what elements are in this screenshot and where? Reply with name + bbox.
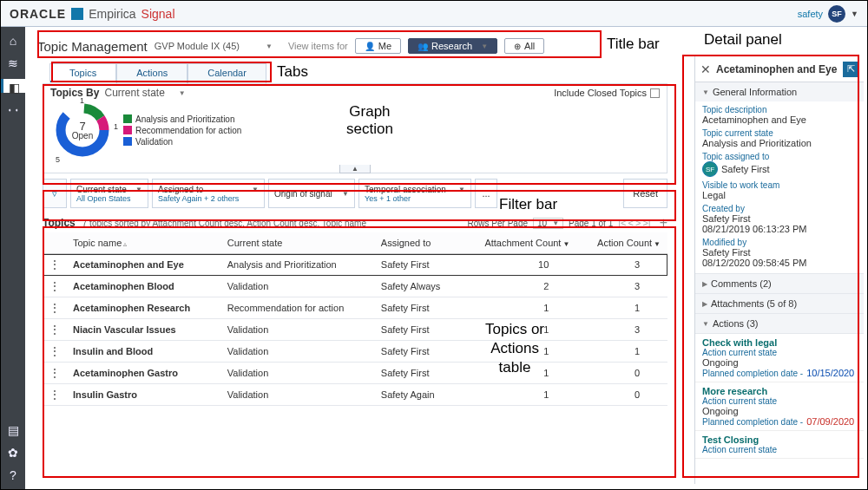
cell-assigned-to: Safety Always	[374, 276, 460, 297]
view-me-button[interactable]: 👤 Me	[355, 38, 401, 54]
pager-prev-icon[interactable]: <	[628, 218, 634, 228]
avatar: SF	[828, 5, 845, 23]
section-attachments[interactable]: ▶Attachments (5 of 8)	[695, 294, 864, 313]
page-title: Topic Management	[37, 39, 148, 54]
topics-icon[interactable]: ◧	[1, 79, 25, 93]
topics-by-selector[interactable]: Current state ▼	[104, 87, 185, 99]
view-research-button[interactable]: 👥 Research ▼	[408, 38, 497, 54]
section-comments[interactable]: ▶Comments (2)	[695, 274, 864, 293]
brand-bar: ORACLE Empirica Signal safety SF ▼	[1, 1, 867, 27]
settings-icon[interactable]: ✿	[5, 446, 21, 460]
rows-per-page-selector[interactable]: 10▼	[533, 218, 563, 229]
row-actions-icon[interactable]: ⋮	[43, 341, 66, 363]
legend-label: Validation	[135, 137, 173, 147]
include-closed-checkbox[interactable]	[650, 88, 660, 98]
reset-filters-button[interactable]: Reset	[623, 179, 667, 208]
cell-attachment-count: 10	[460, 254, 576, 276]
action-item[interactable]: Check with legalAction current stateOngo…	[695, 334, 864, 382]
detail-panel: ✕ Acetaminophen and Eye ⇱ ▼General Infor…	[694, 56, 864, 484]
cell-attachment-count: 1	[460, 319, 576, 341]
brand-left: ORACLE Empirica Signal	[10, 7, 175, 21]
col-action-count[interactable]: Action Count▼	[576, 232, 667, 254]
table-row[interactable]: ⋮Insulin and BloodValidationSafety First…	[43, 341, 667, 363]
legend-label: Analysis and Prioritization	[135, 114, 235, 124]
filter-funnel-icon[interactable]: ▿	[43, 179, 67, 208]
topics-table-section: Topics 7 topics sorted by Attachment Cou…	[43, 213, 667, 406]
tab-actions[interactable]: Actions	[116, 63, 187, 83]
pager-last-icon[interactable]: >|	[642, 218, 650, 228]
include-closed-toggle[interactable]: Include Closed Topics	[554, 88, 660, 98]
cell-current-state: Validation	[220, 384, 374, 406]
cell-attachment-count: 1	[460, 363, 576, 384]
section-actions[interactable]: ▼Actions (3)	[695, 314, 864, 333]
col-assigned-to[interactable]: Assigned to	[374, 232, 460, 254]
row-actions-icon[interactable]: ⋮	[43, 297, 66, 319]
col-topic-name[interactable]: Topic name▵	[66, 232, 220, 254]
brand-user[interactable]: safety SF ▼	[798, 5, 858, 23]
chevron-down-icon: ▼	[481, 42, 488, 50]
topics-by-value: Current state	[104, 87, 164, 99]
row-actions-icon[interactable]: ⋮	[43, 363, 66, 384]
pager-first-icon[interactable]: |<	[618, 218, 626, 228]
table-row[interactable]: ⋮Niacin Vascular IssuesValidationSafety …	[43, 319, 667, 341]
chart-icon[interactable]: ⬪⬪	[5, 101, 21, 115]
table-row[interactable]: ⋮Acetaminophen ResearchRecommendation fo…	[43, 297, 667, 319]
table-row[interactable]: ⋮Acetaminophen and EyeAnalysis and Prior…	[43, 254, 667, 276]
filter-more[interactable]: ...	[475, 179, 497, 208]
view-all-button[interactable]: ⊕ All	[504, 38, 544, 54]
legend-label: Recommendation for action	[135, 126, 241, 135]
popout-icon[interactable]: ⇱	[843, 62, 858, 77]
feedback-icon[interactable]: ▤	[5, 423, 21, 437]
col-current-state[interactable]: Current state	[220, 232, 374, 254]
donut-seg-bottom: 5	[56, 155, 60, 164]
cell-topic-name: Niacin Vascular Issues	[66, 319, 220, 341]
table-title: Topics	[43, 217, 76, 229]
wifi-icon[interactable]: ≋	[5, 56, 21, 70]
tab-calendar[interactable]: Calendar	[187, 63, 266, 83]
legend-swatch	[123, 126, 132, 134]
filter-current-state[interactable]: Current state▼ All Open States	[70, 179, 148, 208]
col-attachment-count[interactable]: Attachment Count▼	[460, 232, 576, 254]
rows-per-page-label: Rows Per Page	[468, 219, 528, 228]
brand-empirica: Empirica	[89, 7, 135, 21]
module-selector[interactable]: GVP Module IX (45) ▼	[155, 41, 273, 51]
help-icon[interactable]: ?	[5, 468, 21, 482]
filter-assigned-to[interactable]: Assigned to▼ Safety Again + 2 others	[152, 179, 265, 208]
view-research-label: Research	[431, 41, 472, 51]
row-actions-icon[interactable]: ⋮	[43, 384, 66, 406]
chart-legend: Analysis and Prioritization Recommendati…	[123, 114, 241, 147]
pager-next-icon[interactable]: >	[635, 218, 641, 228]
page-indicator: Page 1 of 1	[569, 219, 613, 228]
action-item[interactable]: More researchAction current stateOngoing…	[695, 382, 864, 431]
close-icon[interactable]: ✕	[700, 62, 711, 76]
donut-seg-top: 1	[80, 96, 84, 105]
table-row[interactable]: ⋮Acetaminophen GastroValidationSafety Fi…	[43, 363, 667, 384]
row-actions-icon[interactable]: ⋮	[43, 254, 66, 276]
filter-bar: ▿ Current state▼ All Open States Assigne…	[43, 179, 667, 208]
row-actions-icon[interactable]: ⋮	[43, 319, 66, 341]
cell-action-count: 3	[576, 254, 667, 276]
cell-assigned-to: Safety First	[374, 254, 460, 276]
home-icon[interactable]: ⌂	[5, 34, 21, 48]
cell-current-state: Validation	[220, 319, 374, 341]
cell-assigned-to: Safety First	[374, 363, 460, 384]
cell-assigned-to: Safety Again	[374, 384, 460, 406]
filter-temporal-association[interactable]: Temporal association▼ Yes + 1 other	[358, 179, 471, 208]
row-actions-icon[interactable]: ⋮	[43, 276, 66, 297]
donut-seg-right: 1	[114, 122, 118, 131]
filter-origin-of-signal[interactable]: Origin of signal▼	[268, 179, 355, 208]
assignee-avatar: SF	[702, 161, 718, 177]
person-icon: 👤	[365, 42, 375, 51]
section-general-info[interactable]: ▼General Information	[695, 82, 864, 101]
group-icon: 👥	[418, 42, 428, 51]
table-summary: 7 topics sorted by Attachment Count desc…	[82, 219, 366, 228]
cell-assigned-to: Safety First	[374, 297, 460, 319]
add-topic-button[interactable]: +	[660, 215, 667, 231]
table-row[interactable]: ⋮Acetaminophen BloodValidationSafety Alw…	[43, 276, 667, 297]
cell-assigned-to: Safety First	[374, 341, 460, 363]
action-item[interactable]: Test ClosingAction current state	[695, 431, 864, 459]
tab-topics[interactable]: Topics	[49, 63, 116, 83]
collapse-graph-button[interactable]: ▲	[339, 165, 371, 173]
cell-current-state: Validation	[220, 276, 374, 297]
table-row[interactable]: ⋮Insulin GastroValidationSafety Again10	[43, 384, 667, 406]
